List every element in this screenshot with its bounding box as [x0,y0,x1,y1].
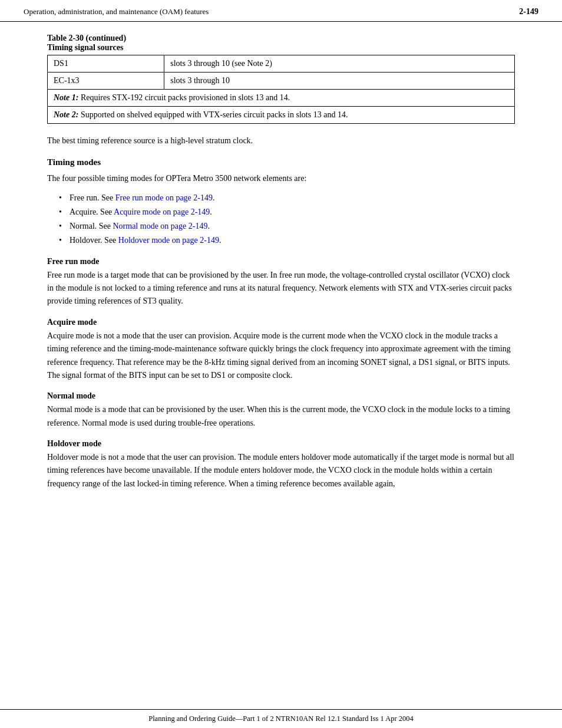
header-left-text: Operation, administration, and maintenan… [24,7,209,17]
acquire-section: Acquire mode Acquire mode is not a mode … [47,318,515,383]
table-title-line2: Timing signal sources [47,43,515,52]
table-row: EC-1x3 slots 3 through 10 [48,73,515,90]
table-note-1: Note 1: Requires STX-192 circuit packs p… [48,90,515,107]
table-note-row-1: Note 1: Requires STX-192 circuit packs p… [48,90,515,107]
table-cell-ds1-value: slots 3 through 10 (see Note 2) [164,55,515,73]
timing-modes-section: Timing modes The four possible timing mo… [47,157,515,490]
bullet-text-acquire: Acquire. See [70,207,114,216]
holdover-heading: Holdover mode [47,439,515,449]
page-container: Operation, administration, and maintenan… [0,0,562,728]
timing-signal-table: DS1 slots 3 through 10 (see Note 2) EC-1… [47,55,515,124]
acquire-body: Acquire mode is not a mode that the user… [47,330,515,383]
free-run-heading: Free run mode [47,257,515,266]
bullet-text-free-run: Free run. See [70,193,115,202]
normal-body: Normal mode is a mode that can be provis… [47,403,515,430]
holdover-section: Holdover mode Holdover mode is not a mod… [47,439,515,490]
timing-modes-intro: The four possible timing modes for OPTer… [47,172,515,185]
free-run-section: Free run mode Free run mode is a target … [47,257,515,308]
normal-heading: Normal mode [47,391,515,401]
holdover-body: Holdover mode is not a mode that the use… [47,451,515,490]
list-item-holdover: Holdover. See Holdover mode on page 2-14… [59,233,515,248]
table-note-row-2: Note 2: Supported on shelved equipped wi… [48,107,515,124]
page-footer: Planning and Ordering Guide—Part 1 of 2 … [0,709,562,728]
link-holdover[interactable]: Holdover mode on page 2-149 [118,236,219,245]
table-note-2: Note 2: Supported on shelved equipped wi… [48,107,515,124]
bullet-text-holdover: Holdover. See [70,236,118,245]
header-right-text: 2-149 [519,7,538,17]
link-free-run[interactable]: Free run mode on page 2-149 [115,193,213,202]
link-normal[interactable]: Normal mode on page 2-149 [113,222,207,230]
link-acquire[interactable]: Acquire mode on page 2-149 [114,207,210,216]
timing-modes-list: Free run. See Free run mode on page 2-14… [59,191,515,247]
page-header: Operation, administration, and maintenan… [0,0,562,22]
list-item-normal: Normal. See Normal mode on page 2-149. [59,219,515,233]
note1-label: Note 1: [54,93,78,102]
note2-label: Note 2: [54,110,78,119]
free-run-body: Free run mode is a target mode that can … [47,269,515,308]
table-title: Table 2-30 (continued) Timing signal sou… [47,34,515,52]
note2-text: Supported on shelved equipped with VTX-s… [78,110,348,119]
footer-text: Planning and Ordering Guide—Part 1 of 2 … [148,714,414,723]
bullet-text-normal: Normal. See [70,222,113,230]
table-cell-ec1x3-label: EC-1x3 [48,73,164,90]
timing-modes-heading: Timing modes [47,157,515,167]
main-content: Table 2-30 (continued) Timing signal sou… [0,22,562,709]
list-item-free-run: Free run. See Free run mode on page 2-14… [59,191,515,205]
table-row: DS1 slots 3 through 10 (see Note 2) [48,55,515,73]
table-cell-ec1x3-value: slots 3 through 10 [164,73,515,90]
table-cell-ds1-label: DS1 [48,55,164,73]
note1-text: Requires STX-192 circuit packs provision… [78,93,290,102]
list-item-acquire: Acquire. See Acquire mode on page 2-149. [59,205,515,219]
table-title-line1: Table 2-30 (continued) [47,34,515,43]
acquire-heading: Acquire mode [47,318,515,327]
intro-text: The best timing reference source is a hi… [47,134,515,147]
normal-section: Normal mode Normal mode is a mode that c… [47,391,515,430]
